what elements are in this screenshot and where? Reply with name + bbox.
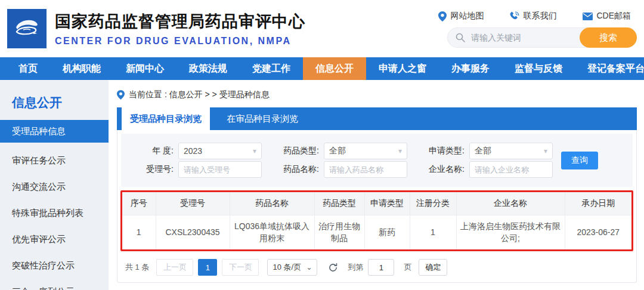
nav-item-functions[interactable]: 机构职能 [50,57,113,80]
cell-seq: 1 [122,215,156,249]
cde-mail-link[interactable]: CDE邮箱 [583,11,631,21]
col-company: 企业名称 [456,192,565,215]
sitemap-link[interactable]: 网站地图 [438,11,484,21]
tabbar: 受理品种目录浏览 在审品种目录浏览 [117,107,637,130]
nav-item-party[interactable]: 党建工作 [240,57,303,80]
site-subtitle: CENTER FOR DRUG EVALUATION, NMPA [55,36,305,47]
company-name-label: 企业名称: [422,164,465,175]
nav-item-info-disclosure[interactable]: 信息公开 [303,57,366,80]
nav-item-services[interactable]: 办事服务 [439,57,502,80]
nav-item-applicant-window[interactable]: 申请人之窗 [366,57,439,80]
nav-item-registration-platform[interactable]: 登记备案平台 [575,57,644,80]
content-panel: 年 度: 2023 ▾ 药品类型: 全部 ▾ [117,130,637,283]
location-pin-icon [117,90,125,100]
cell-company: 上海洛启生物医药技术有限公司; [456,215,565,249]
drug-name-label: 药品名称: [276,164,319,175]
breadcrumb: 当前位置 : 信息公开 > > 受理品种信息 [117,90,637,100]
acceptance-no-input[interactable] [178,161,262,178]
drug-type-value: 全部 [329,146,346,156]
pagination: 共 1 条 上一页 1 下一页 10 条/页 ⌄ 到第 页 确定 [125,259,636,276]
site-header: 国家药品监督管理局药品审评中心 CENTER FOR DRUG EVALUATI… [0,0,644,57]
site-title: 国家药品监督管理局药品审评中心 [55,11,305,32]
next-page-button[interactable]: 下一页 [222,259,259,276]
main-nav: 首页 机构职能 新闻中心 政策法规 党建工作 信息公开 申请人之窗 办事服务 监… [0,57,644,80]
page-size-select[interactable]: 10 条/页 ⌄ [267,259,317,276]
filter-panel: 年 度: 2023 ▾ 药品类型: 全部 ▾ [121,134,633,187]
cell-drug-name: LQ036单域抗体吸入用粉末 [230,215,314,249]
cell-date: 2023-06-27 [565,215,631,249]
company-name-input[interactable] [469,161,553,178]
goto-page-input[interactable] [368,259,394,276]
nav-item-policies[interactable]: 政策法规 [177,57,240,80]
total-count: 共 1 条 [125,262,149,273]
year-value: 2023 [184,146,202,156]
table-header-row: 序号 受理号 药品名称 药品类型 申请类型 注册分类 企业名称 承办日期 [122,192,631,215]
col-drug-name: 药品名称 [230,192,314,215]
apply-type-label: 申请类型: [422,146,465,156]
col-acceptance-no: 受理号 [156,192,230,215]
drug-type-select[interactable]: 全部 ▾ [324,143,407,159]
prev-page-button[interactable]: 上一页 [156,259,193,276]
sidebar-item-special-approval[interactable]: 特殊审批品种列表 [0,200,109,226]
breadcrumb-text: 当前位置 : 信息公开 > > 受理品种信息 [129,90,270,100]
year-select[interactable]: 2023 ▾ [178,143,262,159]
location-pin-icon [438,11,447,21]
cell-apply-type: 新药 [364,215,410,249]
page-size-value: 10 条/页 [273,262,301,273]
tab-under-review-catalog[interactable]: 在审品种目录浏览 [210,107,315,130]
caret-down-icon: ▾ [253,147,256,155]
contact-label: 联系我们 [523,11,556,21]
col-drug-type: 药品类型 [314,192,364,215]
sitemap-label: 网站地图 [450,11,484,21]
cde-logo [7,9,47,48]
confirm-button[interactable]: 确定 [419,259,447,276]
phone-icon [510,11,519,21]
refresh-icon[interactable] [328,263,338,273]
swan-logo-icon [11,13,42,44]
results-table-highlight: 序号 受理号 药品名称 药品类型 申请类型 注册分类 企业名称 承办日期 1 [120,190,633,251]
caret-down-icon: ▾ [398,147,402,155]
cell-acceptance-no: CXSL2300435 [156,215,230,249]
col-reg-class: 注册分类 [410,192,456,215]
query-button[interactable]: 查询 [561,152,598,169]
drug-name-input[interactable] [324,161,407,178]
nav-item-home[interactable]: 首页 [6,57,50,80]
chevron-down-icon: ⌄ [306,263,312,272]
apply-type-select[interactable]: 全部 ▾ [469,143,553,159]
col-apply-type: 申请类型 [364,192,410,215]
sidebar-item-three-in-one[interactable]: 三合一序列公示 [0,279,109,290]
sidebar: 信息公开 受理品种信息 审评任务公示 沟通交流公示 特殊审批品种列表 优先审评公… [0,80,109,290]
sidebar-item-priority-review[interactable]: 优先审评公示 [0,226,109,252]
sidebar-item-accepted-varieties[interactable]: 受理品种信息 [0,120,109,143]
caret-down-icon: ▾ [544,147,547,155]
page-number-1[interactable]: 1 [198,259,217,276]
table-row: 1 CXSL2300435 LQ036单域抗体吸入用粉末 治疗用生物制品 新药 … [122,215,631,249]
results-table: 序号 受理号 药品名称 药品类型 申请类型 注册分类 企业名称 承办日期 1 [122,192,631,249]
sidebar-item-communication[interactable]: 沟通交流公示 [0,174,109,200]
cell-reg-class: 1 [410,215,456,249]
contact-link[interactable]: 联系我们 [510,11,556,21]
acceptance-no-label: 受理号: [131,164,174,175]
tab-accepted-catalog[interactable]: 受理品种目录浏览 [122,107,210,130]
search-icon [456,33,465,42]
year-label: 年 度: [131,146,174,156]
col-date: 承办日期 [565,192,631,215]
goto-suffix: 页 [404,262,411,273]
nav-item-news[interactable]: 新闻中心 [113,57,177,80]
quick-links: 网站地图 联系我们 CDE邮箱 [438,11,631,21]
nav-item-supervision[interactable]: 监督与反馈 [502,57,575,80]
goto-prefix: 到第 [348,262,363,273]
drug-type-label: 药品类型: [276,146,319,156]
apply-type-value: 全部 [475,146,491,156]
envelope-icon [583,13,593,20]
sidebar-item-review-tasks[interactable]: 审评任务公示 [0,147,109,174]
cde-mail-label: CDE邮箱 [596,11,631,21]
sidebar-title: 信息公开 [0,80,109,111]
cell-drug-type: 治疗用生物制品 [314,215,364,249]
search-button[interactable]: 搜索 [580,27,637,48]
sidebar-item-breakthrough-therapy[interactable]: 突破性治疗公示 [0,252,109,279]
col-seq: 序号 [122,192,156,215]
search-bar: 搜索 [447,27,637,48]
